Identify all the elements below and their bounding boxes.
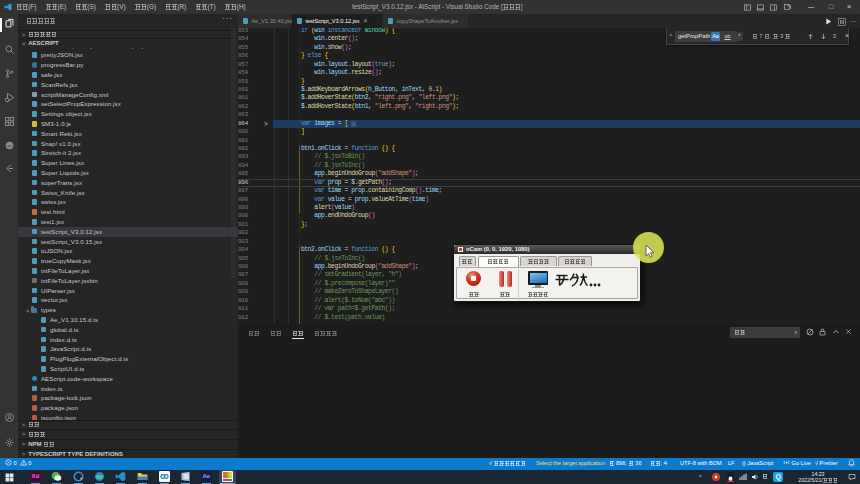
svg-text:aer: aer xyxy=(7,144,13,148)
